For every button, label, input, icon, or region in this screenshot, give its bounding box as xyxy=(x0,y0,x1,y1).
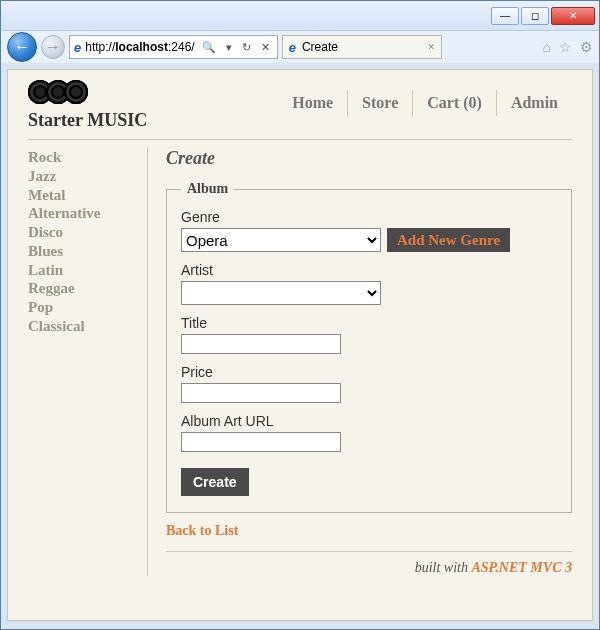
back-to-list-link[interactable]: Back to List xyxy=(166,523,238,539)
sidebar-item-blues[interactable]: Blues xyxy=(28,242,137,261)
page-heading: Create xyxy=(166,148,572,169)
tab-title: Create xyxy=(302,40,338,54)
ie-icon: e xyxy=(74,40,81,55)
sidebar-item-pop[interactable]: Pop xyxy=(28,298,137,317)
back-button[interactable]: ← xyxy=(7,32,37,62)
price-field: Price xyxy=(181,364,557,403)
browser-window: — ◻ ✕ ← → e http://localhost:246/ 🔍 ▾ ↻ … xyxy=(0,0,600,630)
tab-close-icon[interactable]: × xyxy=(428,40,435,54)
title-input[interactable] xyxy=(181,334,341,354)
sidebar-item-jazz[interactable]: Jazz xyxy=(28,167,137,186)
sidebar-item-classical[interactable]: Classical xyxy=(28,317,137,336)
sidebar-item-metal[interactable]: Metal xyxy=(28,186,137,205)
sidebar-item-latin[interactable]: Latin xyxy=(28,261,137,280)
fieldset-legend: Album xyxy=(181,181,234,197)
window-titlebar: — ◻ ✕ xyxy=(1,1,599,31)
title-label: Title xyxy=(181,315,557,331)
logo-icon xyxy=(28,80,104,106)
create-button[interactable]: Create xyxy=(181,468,249,496)
artist-select[interactable] xyxy=(181,281,381,305)
nav-store[interactable]: Store xyxy=(347,90,412,116)
add-genre-button[interactable]: Add New Genre xyxy=(387,228,510,252)
minimize-button[interactable]: — xyxy=(491,7,519,25)
genre-sidebar: Rock Jazz Metal Alternative Disco Blues … xyxy=(28,148,148,576)
site-title: Starter MUSIC xyxy=(28,110,147,131)
album-fieldset: Album Genre Opera Add New Genre Artist xyxy=(166,181,572,513)
main-nav: Home Store Cart (0) Admin xyxy=(278,80,572,116)
browser-toolbar: ← → e http://localhost:246/ 🔍 ▾ ↻ ✕ e Cr… xyxy=(1,31,599,63)
site-header: Starter MUSIC Home Store Cart (0) Admin xyxy=(28,80,572,139)
artist-label: Artist xyxy=(181,262,557,278)
sidebar-item-disco[interactable]: Disco xyxy=(28,223,137,242)
maximize-button[interactable]: ◻ xyxy=(521,7,549,25)
genre-label: Genre xyxy=(181,209,557,225)
nav-admin[interactable]: Admin xyxy=(496,90,572,116)
footer-text: built with xyxy=(415,560,472,575)
body-columns: Rock Jazz Metal Alternative Disco Blues … xyxy=(28,139,572,576)
browser-tab[interactable]: e Create × xyxy=(282,35,442,59)
genre-select[interactable]: Opera xyxy=(181,228,381,252)
close-button[interactable]: ✕ xyxy=(551,7,595,25)
arturl-input[interactable] xyxy=(181,432,341,452)
sidebar-item-rock[interactable]: Rock xyxy=(28,148,137,167)
refresh-icon[interactable]: ↻ xyxy=(239,41,254,54)
sidebar-item-alternative[interactable]: Alternative xyxy=(28,204,137,223)
ie-icon: e xyxy=(289,40,296,55)
home-icon[interactable]: ⌂ xyxy=(543,39,551,55)
url-text: http://localhost:246/ xyxy=(85,40,194,54)
artist-field: Artist xyxy=(181,262,557,305)
browser-tools: ⌂ ☆ ⚙ xyxy=(543,39,593,55)
brand: Starter MUSIC xyxy=(28,80,147,131)
nav-home[interactable]: Home xyxy=(278,90,347,116)
dropdown-icon[interactable]: ▾ xyxy=(223,41,235,54)
page-footer: built with ASP.NET MVC 3 xyxy=(166,551,572,576)
nav-cart[interactable]: Cart (0) xyxy=(412,90,496,116)
title-field: Title xyxy=(181,315,557,354)
forward-button[interactable]: → xyxy=(41,35,65,59)
tools-icon[interactable]: ⚙ xyxy=(580,39,593,55)
footer-link[interactable]: ASP.NET MVC 3 xyxy=(472,560,573,575)
price-input[interactable] xyxy=(181,383,341,403)
price-label: Price xyxy=(181,364,557,380)
arturl-label: Album Art URL xyxy=(181,413,557,429)
search-icon[interactable]: 🔍 xyxy=(199,41,219,54)
stop-icon[interactable]: ✕ xyxy=(258,41,273,54)
address-bar[interactable]: e http://localhost:246/ 🔍 ▾ ↻ ✕ xyxy=(69,35,278,59)
main-panel: Create Album Genre Opera Add New Genre xyxy=(148,148,572,576)
sidebar-item-reggae[interactable]: Reggae xyxy=(28,279,137,298)
favorites-icon[interactable]: ☆ xyxy=(559,39,572,55)
arturl-field: Album Art URL xyxy=(181,413,557,452)
genre-field: Genre Opera Add New Genre xyxy=(181,209,557,252)
page-content: Starter MUSIC Home Store Cart (0) Admin … xyxy=(7,69,593,621)
